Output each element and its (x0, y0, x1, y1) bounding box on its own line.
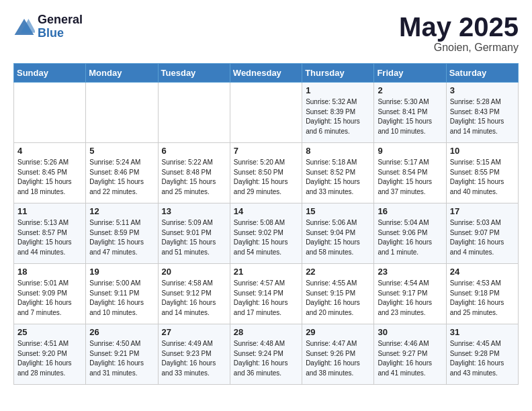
calendar-cell: 14Sunrise: 5:08 AM Sunset: 9:02 PM Dayli… (230, 203, 302, 264)
day-number: 10 (450, 146, 515, 156)
calendar-cell: 7Sunrise: 5:20 AM Sunset: 8:50 PM Daylig… (230, 143, 302, 203)
calendar-cell (158, 83, 230, 143)
day-info: Sunrise: 5:06 AM Sunset: 9:04 PM Dayligh… (306, 218, 370, 257)
header-saturday: Saturday (446, 64, 518, 83)
day-info: Sunrise: 5:20 AM Sunset: 8:50 PM Dayligh… (234, 158, 298, 197)
day-number: 31 (450, 327, 515, 337)
header-thursday: Thursday (302, 64, 374, 83)
day-info: Sunrise: 4:47 AM Sunset: 9:26 PM Dayligh… (306, 339, 370, 378)
month-title: May 2025 (399, 13, 519, 40)
day-info: Sunrise: 5:01 AM Sunset: 9:09 PM Dayligh… (17, 279, 82, 318)
header-monday: Monday (86, 64, 158, 83)
day-number: 4 (17, 146, 82, 156)
weekday-header-row: Sunday Monday Tuesday Wednesday Thursday… (14, 64, 519, 83)
calendar-body: 1Sunrise: 5:32 AM Sunset: 8:39 PM Daylig… (14, 83, 519, 385)
day-number: 14 (234, 206, 298, 216)
day-number: 2 (378, 85, 442, 95)
day-info: Sunrise: 4:45 AM Sunset: 9:28 PM Dayligh… (450, 339, 515, 378)
location: Gnoien, Germany (399, 42, 519, 54)
day-info: Sunrise: 4:46 AM Sunset: 9:27 PM Dayligh… (378, 339, 442, 378)
calendar-cell: 3Sunrise: 5:28 AM Sunset: 8:43 PM Daylig… (446, 83, 518, 143)
day-info: Sunrise: 4:51 AM Sunset: 9:20 PM Dayligh… (17, 339, 82, 378)
calendar-week-4: 18Sunrise: 5:01 AM Sunset: 9:09 PM Dayli… (14, 264, 519, 324)
calendar-cell: 11Sunrise: 5:13 AM Sunset: 8:57 PM Dayli… (14, 203, 86, 264)
day-info: Sunrise: 5:09 AM Sunset: 9:01 PM Dayligh… (162, 218, 226, 257)
calendar-cell: 31Sunrise: 4:45 AM Sunset: 9:28 PM Dayli… (446, 324, 518, 385)
day-info: Sunrise: 5:00 AM Sunset: 9:11 PM Dayligh… (89, 279, 154, 318)
calendar-cell: 13Sunrise: 5:09 AM Sunset: 9:01 PM Dayli… (158, 203, 230, 264)
day-info: Sunrise: 4:55 AM Sunset: 9:15 PM Dayligh… (306, 279, 370, 318)
day-number: 25 (17, 327, 82, 337)
day-info: Sunrise: 4:48 AM Sunset: 9:24 PM Dayligh… (234, 339, 298, 378)
day-number: 16 (378, 206, 442, 216)
day-number: 1 (306, 85, 370, 95)
calendar-cell: 16Sunrise: 5:04 AM Sunset: 9:06 PM Dayli… (374, 203, 446, 264)
calendar-cell: 23Sunrise: 4:54 AM Sunset: 9:17 PM Dayli… (374, 264, 446, 324)
calendar-cell: 22Sunrise: 4:55 AM Sunset: 9:15 PM Dayli… (302, 264, 374, 324)
day-info: Sunrise: 5:17 AM Sunset: 8:54 PM Dayligh… (378, 158, 442, 197)
calendar-cell: 30Sunrise: 4:46 AM Sunset: 9:27 PM Dayli… (374, 324, 446, 385)
header: General Blue May 2025 Gnoien, Germany (13, 13, 519, 54)
day-info: Sunrise: 4:54 AM Sunset: 9:17 PM Dayligh… (378, 279, 442, 318)
day-number: 19 (89, 267, 154, 277)
logo-icon (13, 17, 35, 36)
day-info: Sunrise: 5:26 AM Sunset: 8:45 PM Dayligh… (17, 158, 82, 197)
calendar-cell: 6Sunrise: 5:22 AM Sunset: 8:48 PM Daylig… (158, 143, 230, 203)
calendar-week-3: 11Sunrise: 5:13 AM Sunset: 8:57 PM Dayli… (14, 203, 519, 264)
day-number: 30 (378, 327, 442, 337)
calendar-cell: 26Sunrise: 4:50 AM Sunset: 9:21 PM Dayli… (86, 324, 158, 385)
day-number: 9 (378, 146, 442, 156)
day-number: 29 (306, 327, 370, 337)
logo-general: General (38, 13, 83, 27)
header-sunday: Sunday (14, 64, 86, 83)
day-number: 7 (234, 146, 298, 156)
calendar-cell: 2Sunrise: 5:30 AM Sunset: 8:41 PM Daylig… (374, 83, 446, 143)
day-number: 26 (89, 327, 154, 337)
day-info: Sunrise: 5:32 AM Sunset: 8:39 PM Dayligh… (306, 97, 370, 136)
day-info: Sunrise: 5:04 AM Sunset: 9:06 PM Dayligh… (378, 218, 442, 257)
calendar-cell: 21Sunrise: 4:57 AM Sunset: 9:14 PM Dayli… (230, 264, 302, 324)
calendar-cell: 20Sunrise: 4:58 AM Sunset: 9:12 PM Dayli… (158, 264, 230, 324)
day-number: 18 (17, 267, 82, 277)
day-info: Sunrise: 5:18 AM Sunset: 8:52 PM Dayligh… (306, 158, 370, 197)
day-info: Sunrise: 5:28 AM Sunset: 8:43 PM Dayligh… (450, 97, 515, 136)
day-number: 28 (234, 327, 298, 337)
calendar-cell: 15Sunrise: 5:06 AM Sunset: 9:04 PM Dayli… (302, 203, 374, 264)
calendar-cell (230, 83, 302, 143)
day-number: 27 (162, 327, 226, 337)
day-info: Sunrise: 5:13 AM Sunset: 8:57 PM Dayligh… (17, 218, 82, 257)
day-number: 8 (306, 146, 370, 156)
day-number: 6 (162, 146, 226, 156)
day-info: Sunrise: 5:03 AM Sunset: 9:07 PM Dayligh… (450, 218, 515, 257)
logo: General Blue (13, 13, 83, 40)
day-info: Sunrise: 4:50 AM Sunset: 9:21 PM Dayligh… (89, 339, 154, 378)
day-info: Sunrise: 5:30 AM Sunset: 8:41 PM Dayligh… (378, 97, 442, 136)
calendar-cell: 29Sunrise: 4:47 AM Sunset: 9:26 PM Dayli… (302, 324, 374, 385)
day-info: Sunrise: 5:08 AM Sunset: 9:02 PM Dayligh… (234, 218, 298, 257)
calendar-week-5: 25Sunrise: 4:51 AM Sunset: 9:20 PM Dayli… (14, 324, 519, 385)
day-info: Sunrise: 4:57 AM Sunset: 9:14 PM Dayligh… (234, 279, 298, 318)
day-number: 15 (306, 206, 370, 216)
header-wednesday: Wednesday (230, 64, 302, 83)
day-number: 5 (89, 146, 154, 156)
day-info: Sunrise: 4:53 AM Sunset: 9:18 PM Dayligh… (450, 279, 515, 318)
day-number: 22 (306, 267, 370, 277)
calendar-cell: 19Sunrise: 5:00 AM Sunset: 9:11 PM Dayli… (86, 264, 158, 324)
day-number: 17 (450, 206, 515, 216)
day-number: 21 (234, 267, 298, 277)
day-info: Sunrise: 5:24 AM Sunset: 8:46 PM Dayligh… (89, 158, 154, 197)
calendar-cell: 12Sunrise: 5:11 AM Sunset: 8:59 PM Dayli… (86, 203, 158, 264)
calendar-cell: 10Sunrise: 5:15 AM Sunset: 8:55 PM Dayli… (446, 143, 518, 203)
day-number: 12 (89, 206, 154, 216)
logo-blue: Blue (38, 27, 83, 40)
calendar-week-1: 1Sunrise: 5:32 AM Sunset: 8:39 PM Daylig… (14, 83, 519, 143)
calendar-cell: 5Sunrise: 5:24 AM Sunset: 8:46 PM Daylig… (86, 143, 158, 203)
day-info: Sunrise: 4:49 AM Sunset: 9:23 PM Dayligh… (162, 339, 226, 378)
calendar-cell: 18Sunrise: 5:01 AM Sunset: 9:09 PM Dayli… (14, 264, 86, 324)
calendar-table: Sunday Monday Tuesday Wednesday Thursday… (13, 63, 519, 385)
day-number: 20 (162, 267, 226, 277)
calendar-cell: 9Sunrise: 5:17 AM Sunset: 8:54 PM Daylig… (374, 143, 446, 203)
header-friday: Friday (374, 64, 446, 83)
logo-text: General Blue (38, 13, 83, 40)
day-number: 3 (450, 85, 515, 95)
